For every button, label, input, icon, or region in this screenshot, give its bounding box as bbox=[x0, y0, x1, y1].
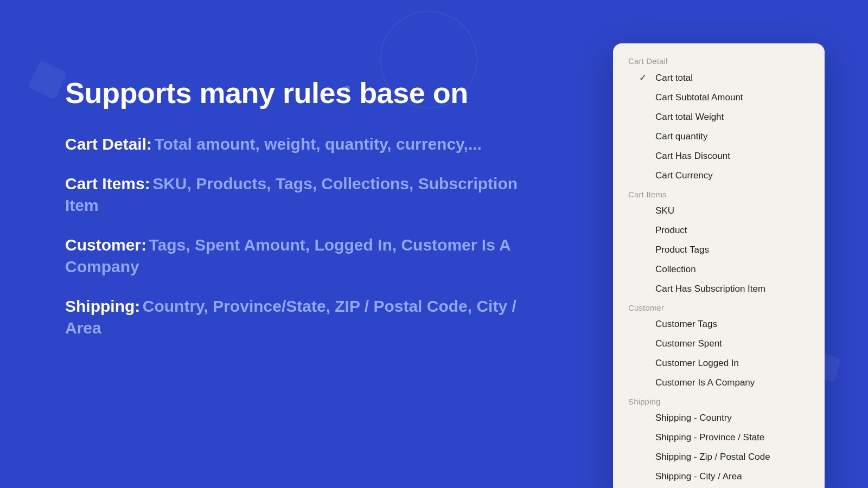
dropdown-item-text-3-2: Shipping - Zip / Postal Code bbox=[655, 452, 809, 463]
dropdown-item-1-3[interactable]: Collection bbox=[613, 260, 825, 279]
dropdown-item-text-0-5: Cart Currency bbox=[655, 170, 809, 181]
dropdown-group-label-1: Cart Items bbox=[613, 185, 825, 201]
dropdown-item-0-4[interactable]: Cart Has Discount bbox=[613, 146, 825, 166]
dropdown-item-3-3[interactable]: Shipping - City / Area bbox=[613, 467, 825, 486]
dropdown-item-3-0[interactable]: Shipping - Country bbox=[613, 408, 825, 428]
dropdown-panel[interactable]: Cart Detail✓Cart totalCart Subtotal Amou… bbox=[613, 43, 825, 488]
dropdown-item-text-1-3: Collection bbox=[655, 264, 809, 275]
dropdown-item-1-2[interactable]: Product Tags bbox=[613, 240, 825, 260]
dropdown-item-0-0[interactable]: ✓Cart total bbox=[613, 68, 825, 88]
feature-label-3: Shipping: bbox=[65, 297, 140, 315]
dropdown-item-2-1[interactable]: Customer Spent bbox=[613, 334, 825, 354]
dropdown-item-text-3-1: Shipping - Province / State bbox=[655, 432, 809, 443]
dropdown-item-text-3-0: Shipping - Country bbox=[655, 413, 809, 423]
feature-item-0: Cart Detail: Total amount, weight, quant… bbox=[65, 133, 532, 156]
feature-label-2: Customer: bbox=[65, 236, 146, 254]
feature-item-2: Customer: Tags, Spent Amount, Logged In,… bbox=[65, 234, 532, 278]
dropdown-item-text-2-1: Customer Spent bbox=[655, 338, 809, 349]
page-headline: Supports many rules base on bbox=[65, 76, 532, 110]
dropdown-item-text-2-0: Customer Tags bbox=[655, 319, 809, 330]
dropdown-item-text-0-0: Cart total bbox=[655, 73, 809, 84]
dropdown-item-3-2[interactable]: Shipping - Zip / Postal Code bbox=[613, 447, 825, 467]
dropdown-item-0-1[interactable]: Cart Subtotal Amount bbox=[613, 88, 825, 107]
feature-desc-0: Total amount, weight, quantity, currency… bbox=[155, 135, 482, 153]
dropdown-item-text-1-1: Product bbox=[655, 225, 809, 236]
dropdown-item-2-2[interactable]: Customer Logged In bbox=[613, 354, 825, 373]
dropdown-group-label-3: Shipping bbox=[613, 393, 825, 408]
dropdown-item-1-0[interactable]: SKU bbox=[613, 201, 825, 221]
dropdown-item-text-0-3: Cart quantity bbox=[655, 131, 809, 142]
dropdown-item-text-0-1: Cart Subtotal Amount bbox=[655, 92, 809, 103]
left-content: Supports many rules base on Cart Detail:… bbox=[65, 33, 532, 357]
dropdown-group-label-2: Customer bbox=[613, 299, 825, 314]
dropdown-item-text-2-2: Customer Logged In bbox=[655, 358, 809, 369]
dropdown-item-text-0-4: Cart Has Discount bbox=[655, 151, 809, 162]
feature-list: Cart Detail: Total amount, weight, quant… bbox=[65, 133, 532, 339]
dropdown-item-2-3[interactable]: Customer Is A Company bbox=[613, 373, 825, 393]
dropdown-item-text-0-2: Cart total Weight bbox=[655, 112, 809, 123]
dropdown-item-1-4[interactable]: Cart Has Subscription Item bbox=[613, 279, 825, 299]
feature-item-3: Shipping: Country, Province/State, ZIP /… bbox=[65, 296, 532, 339]
dropdown-item-text-2-3: Customer Is A Company bbox=[655, 377, 809, 388]
feature-label-1: Cart Items: bbox=[65, 175, 150, 192]
dropdown-group-label-0: Cart Detail bbox=[613, 52, 825, 68]
dropdown-item-3-1[interactable]: Shipping - Province / State bbox=[613, 428, 825, 447]
dropdown-item-text-3-3: Shipping - City / Area bbox=[655, 471, 809, 482]
dropdown-item-text-1-2: Product Tags bbox=[655, 245, 809, 255]
feature-item-1: Cart Items: SKU, Products, Tags, Collect… bbox=[65, 173, 532, 217]
dropdown-item-1-1[interactable]: Product bbox=[613, 221, 825, 240]
dropdown-item-text-1-4: Cart Has Subscription Item bbox=[655, 284, 809, 294]
dropdown-item-0-5[interactable]: Cart Currency bbox=[613, 166, 825, 185]
main-container: Supports many rules base on Cart Detail:… bbox=[0, 0, 868, 488]
dropdown-item-2-0[interactable]: Customer Tags bbox=[613, 314, 825, 334]
feature-label-0: Cart Detail: bbox=[65, 135, 152, 153]
dropdown-item-text-1-0: SKU bbox=[655, 206, 809, 216]
dropdown-item-0-2[interactable]: Cart total Weight bbox=[613, 107, 825, 127]
check-icon-0-0: ✓ bbox=[639, 72, 650, 84]
dropdown-item-0-3[interactable]: Cart quantity bbox=[613, 127, 825, 146]
